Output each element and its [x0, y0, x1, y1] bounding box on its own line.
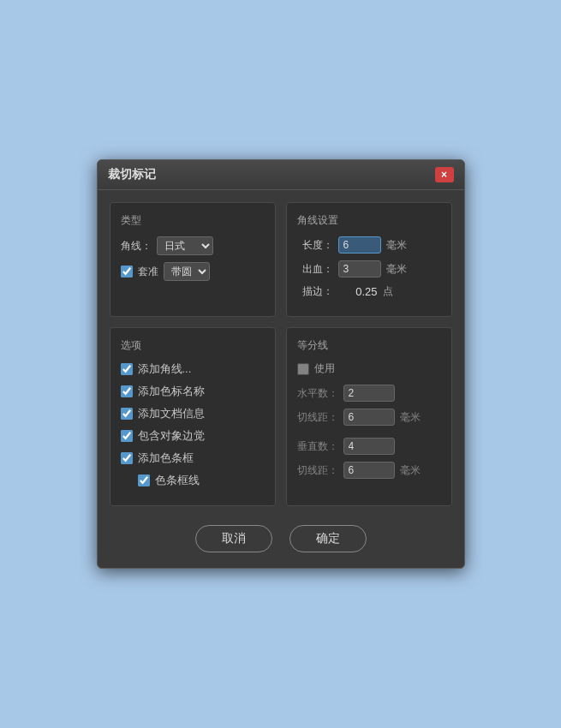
option-item-4: 添加色条框 — [121, 451, 265, 466]
eq-h-count-label: 水平数： — [297, 386, 338, 401]
stroke-label: 描边： — [297, 284, 333, 299]
eq-v-dist-row: 切线距： 毫米 — [297, 462, 441, 479]
option-label-4: 添加色条框 — [138, 451, 194, 466]
length-label: 长度： — [297, 238, 333, 253]
sleeve-label: 套准 — [138, 265, 158, 279]
eq-use-row: 使用 — [297, 361, 441, 376]
sleeve-checkbox[interactable] — [121, 266, 133, 277]
corner-type-select[interactable]: 日式 西式 自定义 — [157, 236, 213, 255]
bottom-row: 选项 添加角线... 添加色标名称 添加文档信息 包含对象边觉 — [110, 327, 452, 506]
option-item-1: 添加色标名称 — [121, 384, 265, 399]
eq-h-dist-unit: 毫米 — [400, 410, 421, 425]
eq-h-count-row: 水平数： — [297, 385, 441, 402]
sleeve-row: 套准 带圆 无 方形 — [121, 262, 265, 281]
option-item-2: 添加文档信息 — [121, 406, 265, 421]
eq-h-dist-row: 切线距： 毫米 — [297, 409, 441, 426]
eq-v-count-row: 垂直数： — [297, 438, 441, 455]
option-checkbox-5[interactable] — [138, 474, 150, 486]
corner-type-label: 角线： — [121, 239, 152, 254]
eq-v-dist-unit: 毫米 — [400, 463, 421, 478]
bleed-row: 出血： 毫米 — [297, 260, 441, 277]
option-checkbox-2[interactable] — [121, 408, 133, 420]
stroke-unit: 点 — [383, 284, 393, 299]
close-button[interactable]: × — [435, 167, 454, 182]
eq-v-count-label: 垂直数： — [297, 439, 338, 454]
sleeve-style-select[interactable]: 带圆 无 方形 — [164, 262, 210, 281]
type-panel-title: 类型 — [121, 213, 265, 228]
equal-lines-panel: 等分线 使用 水平数： 切线距： 毫米 垂直数： — [286, 327, 452, 506]
bleed-label: 出血： — [297, 262, 333, 277]
bleed-input[interactable] — [338, 260, 381, 277]
dialog-window: 裁切标记 × 类型 角线： 日式 西式 自定义 套准 — [97, 159, 465, 569]
bleed-unit: 毫米 — [386, 262, 407, 277]
eq-use-checkbox[interactable] — [297, 363, 309, 375]
option-label-3: 包含对象边觉 — [138, 428, 205, 444]
corner-type-row: 角线： 日式 西式 自定义 — [121, 236, 265, 255]
eq-v-dist-label: 切线距： — [297, 463, 338, 478]
dialog-body: 类型 角线： 日式 西式 自定义 套准 带圆 无 方形 — [98, 190, 464, 568]
option-item-0: 添加角线... — [121, 361, 265, 377]
top-row: 类型 角线： 日式 西式 自定义 套准 带圆 无 方形 — [110, 202, 452, 317]
eq-v-dist-input[interactable] — [343, 462, 395, 479]
length-row: 长度： 毫米 — [297, 236, 441, 254]
options-panel-title: 选项 — [121, 338, 265, 353]
option-label-0: 添加角线... — [138, 361, 192, 377]
stroke-value: 0.25 — [338, 285, 378, 298]
option-checkbox-4[interactable] — [121, 452, 133, 464]
type-panel: 类型 角线： 日式 西式 自定义 套准 带圆 无 方形 — [110, 202, 276, 317]
option-checkbox-1[interactable] — [121, 385, 133, 397]
length-unit: 毫米 — [386, 238, 407, 253]
corner-settings-panel: 角线设置 长度： 毫米 出血： 毫米 描边： 0.25 点 — [286, 202, 452, 317]
options-panel: 选项 添加角线... 添加色标名称 添加文档信息 包含对象边觉 — [110, 327, 276, 506]
option-item-5: 色条框线 — [121, 473, 265, 488]
cancel-button[interactable]: 取消 — [195, 525, 272, 552]
ok-button[interactable]: 确定 — [289, 525, 367, 552]
option-checkbox-0[interactable] — [121, 363, 133, 375]
button-row: 取消 确定 — [110, 516, 452, 556]
option-checkbox-3[interactable] — [121, 430, 133, 442]
equal-lines-title: 等分线 — [297, 338, 441, 353]
title-bar: 裁切标记 × — [98, 160, 464, 190]
dialog-title: 裁切标记 — [108, 167, 156, 182]
length-input[interactable] — [338, 236, 381, 254]
eq-h-dist-label: 切线距： — [297, 410, 338, 425]
stroke-row: 描边： 0.25 点 — [297, 284, 441, 299]
eq-h-count-input[interactable] — [343, 385, 395, 402]
option-item-3: 包含对象边觉 — [121, 428, 265, 444]
eq-use-label: 使用 — [314, 361, 335, 376]
option-label-5: 色条框线 — [155, 473, 200, 488]
eq-h-dist-input[interactable] — [343, 409, 395, 426]
corner-settings-title: 角线设置 — [297, 213, 441, 228]
eq-v-count-input[interactable] — [343, 438, 395, 455]
option-label-2: 添加文档信息 — [138, 406, 205, 421]
option-label-1: 添加色标名称 — [138, 384, 205, 399]
